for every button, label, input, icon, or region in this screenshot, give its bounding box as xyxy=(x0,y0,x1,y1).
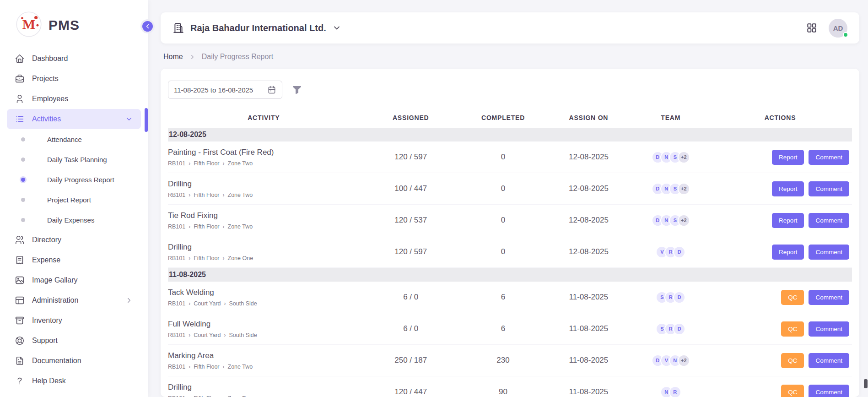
bullet-dot-icon xyxy=(21,178,25,182)
sidebar-item-expense[interactable]: Expense xyxy=(7,250,141,270)
path-segment: RB101 xyxy=(168,332,185,338)
activity-name: Tie Rod Fixing xyxy=(168,211,360,220)
sidebar-item-administration[interactable]: Administration xyxy=(7,290,141,310)
page-scrollbar-thumb[interactable] xyxy=(864,379,868,388)
qc-button[interactable]: QC xyxy=(781,385,804,397)
comment-button[interactable]: Comment xyxy=(809,150,849,165)
breadcrumb-home[interactable]: Home xyxy=(163,53,183,61)
filter-button[interactable] xyxy=(291,84,302,95)
sidebar-item-projects[interactable]: Projects xyxy=(7,69,141,89)
chevron-left-icon xyxy=(144,23,151,30)
comment-button[interactable]: Comment xyxy=(809,290,849,305)
company-selector[interactable]: Raja Bahadur International Ltd. xyxy=(173,22,341,34)
activity-path: RB101›Court Yard›South Side xyxy=(168,332,360,338)
chevron-right-icon: › xyxy=(189,255,190,261)
comment-button[interactable]: Comment xyxy=(809,385,849,397)
path-segment: Zone Two xyxy=(228,364,253,370)
list-icon xyxy=(15,114,25,124)
team-cell: SRD xyxy=(633,291,708,304)
sidebar-item-activities[interactable]: Activities xyxy=(7,109,141,129)
sidebar-item-employees[interactable]: Employees xyxy=(7,89,141,109)
bullet-dot-icon xyxy=(21,198,25,202)
submenu-item-daily-expenses[interactable]: Daily Expenses xyxy=(0,210,148,230)
report-button[interactable]: Report xyxy=(772,181,804,196)
sidebar-item-label: Employees xyxy=(32,95,68,103)
bullet-dot-icon xyxy=(21,158,25,162)
activity-name: Tack Welding xyxy=(168,288,360,297)
column-header-activity: ACTIVITY xyxy=(168,114,360,121)
path-segment: Court Yard xyxy=(194,300,221,307)
users-icon xyxy=(15,235,25,245)
team-extra-badge[interactable]: +2 xyxy=(678,354,690,367)
qc-button[interactable]: QC xyxy=(781,321,804,337)
comment-button[interactable]: Comment xyxy=(809,353,849,368)
date-range-input[interactable] xyxy=(168,81,282,99)
funnel-icon xyxy=(291,84,302,95)
chevron-down-icon xyxy=(125,115,133,123)
submenu-item-daily-task-planning[interactable]: Daily Task Planning xyxy=(0,149,148,169)
assigned-value: 6 / 0 xyxy=(360,293,462,302)
lifebuoy-icon xyxy=(15,336,25,346)
path-segment: RB101 xyxy=(168,395,185,397)
assign-on-date: 12-08-2025 xyxy=(544,184,633,193)
completed-value: 90 xyxy=(462,387,544,397)
breadcrumb-current: Daily Progress Report xyxy=(202,53,274,61)
team-member-avatar[interactable]: D xyxy=(673,323,685,335)
path-segment: Court Yard xyxy=(194,332,221,338)
submenu-item-attendance[interactable]: Attendance xyxy=(0,129,148,149)
sidebar-item-dashboard[interactable]: Dashboard xyxy=(7,49,141,69)
comment-button[interactable]: Comment xyxy=(809,245,849,260)
sidebar-item-documentation[interactable]: Documentation xyxy=(7,351,141,371)
comment-button[interactable]: Comment xyxy=(809,321,849,337)
sidebar-item-label: Inventory xyxy=(32,316,62,325)
comment-button[interactable]: Comment xyxy=(809,213,849,228)
table-row: Tack WeldingRB101›Court Yard›South Side6… xyxy=(168,282,852,313)
progress-report-table: ACTIVITYASSIGNEDCOMPLETEDASSIGN ONTEAMAC… xyxy=(168,107,852,397)
comment-button[interactable]: Comment xyxy=(809,181,849,196)
sidebar-collapse-button[interactable] xyxy=(140,19,155,33)
qc-button[interactable]: QC xyxy=(781,290,804,305)
bullet-dot-icon xyxy=(21,137,25,141)
submenu-item-label: Daily Task Planning xyxy=(47,156,107,163)
file-text-icon xyxy=(15,356,25,366)
brand[interactable]: M PMS xyxy=(0,0,148,49)
sidebar-item-support[interactable]: Support xyxy=(7,331,141,351)
submenu-item-project-report[interactable]: Project Report xyxy=(0,190,148,210)
team-member-avatar[interactable]: R xyxy=(669,386,681,397)
team-member-avatar[interactable]: D xyxy=(673,291,685,304)
path-segment: RB101 xyxy=(168,160,185,167)
path-segment: Zone Two xyxy=(228,395,253,397)
report-button[interactable]: Report xyxy=(772,150,804,165)
sidebar-item-image-gallary[interactable]: Image Gallary xyxy=(7,270,141,290)
actions-cell: QCComment xyxy=(708,321,852,337)
completed-value: 6 xyxy=(462,293,544,302)
sidebar-item-directory[interactable]: Directory xyxy=(7,230,141,250)
report-button[interactable]: Report xyxy=(772,213,804,228)
completed-value: 6 xyxy=(462,324,544,333)
avatar-initials: AD xyxy=(833,24,843,32)
actions-cell: QCComment xyxy=(708,353,852,368)
sidebar-item-label: Help Desk xyxy=(32,377,66,385)
qc-button[interactable]: QC xyxy=(781,353,804,368)
activity-cell: Full WeldingRB101›Court Yard›South Side xyxy=(168,320,360,338)
table-row: Full WeldingRB101›Court Yard›South Side6… xyxy=(168,313,852,345)
team-extra-badge[interactable]: +2 xyxy=(678,183,690,195)
sidebar-item-inventory[interactable]: Inventory xyxy=(7,310,141,331)
path-segment: RB101 xyxy=(168,223,185,230)
completed-value: 0 xyxy=(462,184,544,193)
assign-on-date: 12-08-2025 xyxy=(544,152,633,162)
team-member-avatar[interactable]: D xyxy=(673,246,685,258)
user-avatar[interactable]: AD xyxy=(829,19,847,38)
report-button[interactable]: Report xyxy=(772,245,804,260)
path-segment: RB101 xyxy=(168,192,185,198)
date-range-value[interactable] xyxy=(174,86,264,94)
submenu-item-daily-progress-report[interactable]: Daily Progress Report xyxy=(0,169,148,190)
activity-path: RB101›Fifth Floor›Zone Two xyxy=(168,395,360,397)
apps-grid-button[interactable] xyxy=(806,22,818,34)
chevron-right-icon: › xyxy=(189,160,190,167)
chevron-right-icon: › xyxy=(223,192,225,198)
team-extra-badge[interactable]: +2 xyxy=(678,151,690,163)
sidebar-item-help-desk[interactable]: Help Desk xyxy=(7,371,141,391)
team-extra-badge[interactable]: +2 xyxy=(678,214,690,227)
actions-cell: ReportComment xyxy=(708,213,852,228)
